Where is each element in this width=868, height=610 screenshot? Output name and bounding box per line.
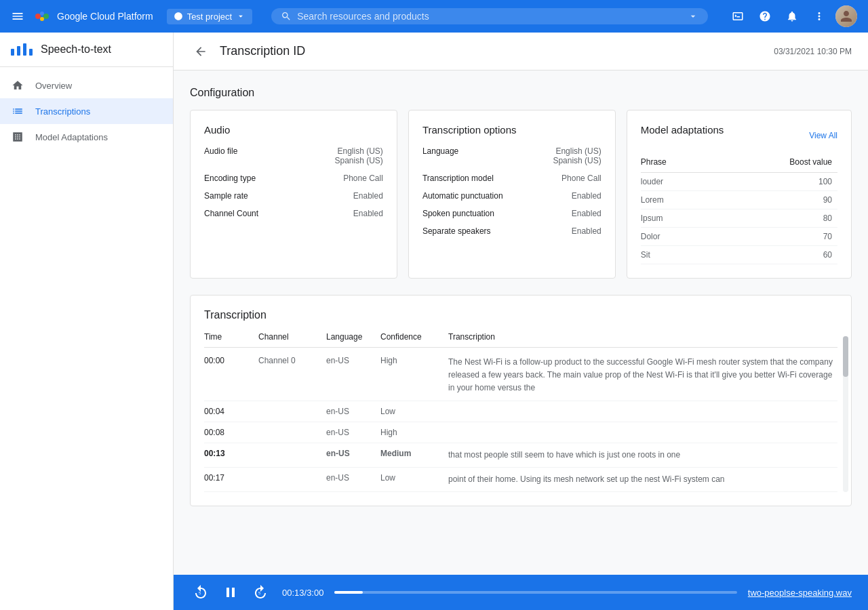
trans-time-2: 00:08 — [204, 428, 258, 437]
audio-card: Audio Audio file English (US)Spanish (US… — [190, 110, 397, 279]
audio-card-title: Audio — [204, 124, 383, 136]
trans-lang-4: en-US — [326, 473, 380, 483]
model-adaptation-row: Ipsum80 — [641, 209, 837, 228]
config-row-separate-speakers: Separate speakers Enabled — [422, 226, 601, 236]
configuration-section-title: Configuration — [190, 87, 852, 99]
spoken-punct-value: Enabled — [572, 209, 601, 218]
sidebar-header: Speech-to-text — [0, 33, 173, 67]
transcription-row: 00:17 en-US Low point of their home. Usi… — [204, 468, 837, 492]
sidebar-item-model-adaptations-label: Model Adaptations — [35, 132, 108, 142]
trans-lang-2: en-US — [326, 428, 380, 437]
notifications-icon[interactable] — [781, 5, 803, 27]
config-row-spoken-punct: Spoken punctuation Enabled — [422, 209, 601, 218]
svg-point-3 — [40, 17, 44, 21]
audio-file-label: Audio file — [204, 146, 245, 156]
phrase-cell: Sit — [641, 246, 718, 264]
transcription-rows: 00:00 Channel 0 en-US High The Nest Wi-F… — [204, 350, 837, 492]
trans-confidence-2: High — [380, 428, 448, 437]
rewind-button[interactable]: 5 — [190, 582, 212, 603]
transcription-column-header: Transcription — [448, 332, 837, 342]
trans-confidence-0: High — [380, 356, 448, 365]
model-adaptations-table: Phrase Boost value louder100Lorem90Ipsum… — [641, 155, 837, 264]
sample-rate-label: Sample rate — [204, 191, 256, 201]
bottom-player: 5 5 00:13/3:00 two-peoplse-speaking.wav — [174, 575, 868, 610]
phrase-cell: Dolor — [641, 228, 718, 246]
phrase-cell: louder — [641, 173, 718, 191]
language-label: Language — [422, 146, 467, 156]
model-adaptation-row: Sit60 — [641, 246, 837, 264]
sidebar: Speech-to-text Overview Transcriptions M… — [0, 33, 174, 610]
gcp-logo-icon — [33, 9, 52, 23]
config-row-language: Language English (US)Spanish (US) — [422, 146, 601, 165]
terminal-icon[interactable] — [727, 5, 749, 27]
transcription-model-label: Transcription model — [422, 174, 502, 183]
model-adaptations-icon — [11, 131, 24, 143]
transcription-section: Transcription Time Channel Language Conf… — [190, 295, 852, 506]
boost-cell: 80 — [718, 209, 837, 228]
sidebar-item-model-adaptations[interactable]: Model Adaptations — [0, 124, 173, 150]
transcription-table-header: Time Channel Language Confidence Transcr… — [204, 332, 837, 348]
sidebar-item-overview[interactable]: Overview — [0, 73, 173, 98]
player-progress-fill — [334, 591, 363, 594]
sidebar-item-transcriptions-label: Transcriptions — [35, 106, 90, 117]
view-all-link[interactable]: View All — [809, 131, 837, 140]
hamburger-menu-icon[interactable] — [11, 9, 24, 23]
svg-text:5: 5 — [258, 591, 261, 595]
main-layout: Speech-to-text Overview Transcriptions M… — [0, 33, 868, 610]
help-icon[interactable] — [754, 5, 776, 27]
language-column-header: Language — [326, 332, 380, 342]
trans-text-3: that most people still seem to have whic… — [448, 449, 837, 462]
channel-count-label: Channel Count — [204, 209, 267, 218]
home-icon — [11, 79, 24, 92]
trans-confidence-1: Low — [380, 407, 448, 416]
transcription-section-title: Transcription — [204, 309, 837, 321]
config-row-channel-count: Channel Count Enabled — [204, 209, 383, 218]
channel-count-value: Enabled — [353, 209, 383, 218]
more-options-icon[interactable] — [808, 5, 830, 27]
sidebar-navigation: Overview Transcriptions Model Adaptation… — [0, 67, 173, 155]
page-header: Transcription ID 03/31/2021 10:30 PM — [174, 33, 868, 70]
boost-cell: 100 — [718, 173, 837, 191]
avatar[interactable] — [835, 5, 857, 27]
trans-channel-0: Channel 0 — [258, 356, 326, 365]
encoding-type-value: Phone Call — [343, 174, 383, 183]
config-row-auto-punct: Automatic punctuation Enabled — [422, 191, 601, 201]
config-row-audio-file: Audio file English (US)Spanish (US) — [204, 146, 383, 165]
pause-button[interactable] — [220, 582, 241, 603]
project-selector[interactable]: Test project — [167, 9, 252, 24]
model-adaptations-card: Model adaptations View All Phrase Boost … — [627, 110, 852, 279]
scrollbar-track[interactable] — [843, 336, 848, 492]
trans-time-0: 00:00 — [204, 356, 258, 365]
language-value: English (US)Spanish (US) — [553, 146, 601, 165]
boost-cell: 90 — [718, 191, 837, 209]
audio-file-value: English (US)Spanish (US) — [335, 146, 383, 165]
boost-cell: 60 — [718, 246, 837, 264]
trans-confidence-4: Low — [380, 473, 448, 483]
sample-rate-value: Enabled — [353, 191, 383, 201]
transcription-row: 00:13 en-US Medium that most people stil… — [204, 443, 837, 468]
transcription-row: 00:08 en-US High — [204, 422, 837, 443]
back-button[interactable] — [190, 41, 212, 62]
trans-text-0: The Nest Wi-Fi is a follow-up product to… — [448, 356, 837, 395]
sidebar-item-transcriptions[interactable]: Transcriptions — [0, 98, 173, 124]
confidence-column-header: Confidence — [380, 332, 448, 342]
separate-speakers-label: Separate speakers — [422, 226, 499, 236]
page-header-left: Transcription ID — [190, 41, 305, 62]
scrollbar-thumb[interactable] — [843, 336, 848, 377]
player-filename[interactable]: two-peoplse-speaking.wav — [748, 588, 852, 598]
auto-punct-label: Automatic punctuation — [422, 191, 511, 201]
page-content: Configuration Audio Audio file English (… — [174, 70, 868, 610]
config-row-sample-rate: Sample rate Enabled — [204, 191, 383, 201]
player-progress-bar[interactable] — [334, 591, 736, 594]
svg-point-2 — [43, 14, 49, 19]
search-bar[interactable] — [271, 8, 708, 24]
separate-speakers-value: Enabled — [572, 226, 601, 236]
speech-to-text-logo-icon — [11, 43, 33, 56]
model-card-header: Model adaptations View All — [641, 124, 837, 146]
trans-text-4: point of their home. Using its mesh netw… — [448, 473, 837, 486]
forward-button[interactable]: 5 — [250, 582, 271, 603]
phrase-cell: Lorem — [641, 191, 718, 209]
time-column-header: Time — [204, 332, 258, 342]
configuration-cards: Audio Audio file English (US)Spanish (US… — [190, 110, 852, 279]
search-input[interactable] — [297, 11, 682, 22]
